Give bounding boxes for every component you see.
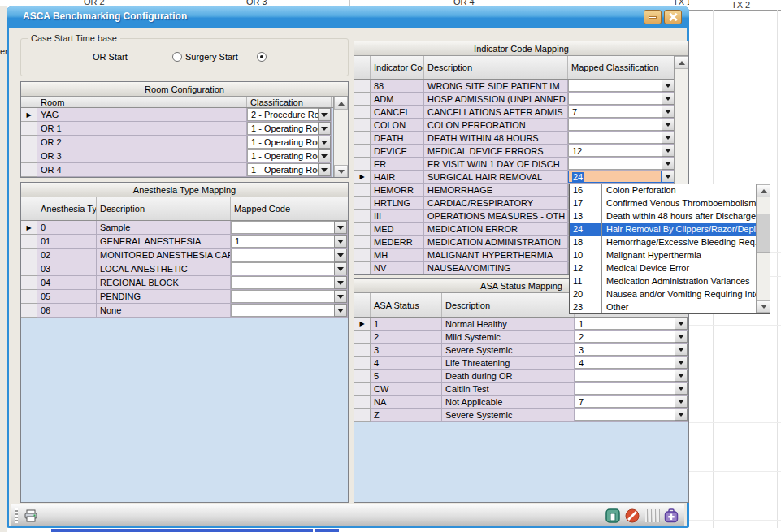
anesthesia-type-cell[interactable]: 0 [37,221,97,235]
title-bar[interactable]: ASCA Benchmarking Configuration [7,6,689,28]
mapped-classification-combo[interactable] [568,119,675,132]
dropdown-arrow-icon[interactable] [334,304,347,317]
indicator-code-cell[interactable]: CANCEL [371,106,424,119]
row-selector[interactable]: ▶ [354,93,371,106]
row-selector[interactable]: ▶ [354,145,371,158]
mapped-classification-combo[interactable] [568,132,675,145]
row-selector[interactable]: ▶ [354,132,371,145]
row-selector[interactable]: ▶ [354,357,371,370]
combo-value[interactable]: 1 - Operating Room [247,122,318,135]
radio-option[interactable]: OR Start [93,52,185,62]
row-selector[interactable]: ▶ [354,318,371,331]
description-cell[interactable]: REGIONAL BLOCK [97,276,231,290]
toolbar-grip[interactable] [15,508,18,523]
description-cell[interactable]: MONITORED ANESTHESIA CAR [97,249,231,262]
dropdown-item[interactable]: 11 Medication Administration Variances [570,275,756,288]
combo-value[interactable] [231,304,334,317]
row-selector[interactable]: ▶ [354,119,371,132]
indicator-code-cell[interactable]: ADM [371,93,424,106]
dropdown-arrow-icon[interactable] [662,145,675,157]
anesthesia-type-cell[interactable]: 04 [37,276,97,290]
indicator-code-cell[interactable]: 88 [371,80,424,93]
row-selector[interactable]: ▶ [354,409,371,422]
indicator-code-cell[interactable]: DEATH [371,132,424,145]
dropdown-arrow-icon[interactable] [675,383,688,395]
room-cell[interactable]: OR 2 [37,136,247,149]
dropdown-item[interactable]: 20 Nausea and/or Vomiting Requiring Inte… [570,288,756,301]
combo-value[interactable] [575,409,675,421]
description-cell[interactable]: MEDICATION ERROR [424,223,568,236]
dropdown-item[interactable]: 24 Hair Removal By Clippers/Razor/Depila… [570,223,756,236]
dropdown-arrow-icon[interactable] [675,396,688,408]
indicator-code-cell[interactable]: MED [371,223,424,236]
combo-value[interactable]: 1 - Operating Room [247,163,318,176]
row-selector[interactable]: ▶ [354,236,371,249]
exit-button[interactable] [663,508,679,524]
dropdown-arrow-icon[interactable] [334,262,347,275]
row-selector[interactable]: ▶ [354,344,371,357]
room-cell[interactable]: OR 4 [37,163,247,177]
description-cell[interactable]: ER VISIT W/IN 1 DAY OF DISCH [424,158,568,171]
indicator-code-cell[interactable]: HRTLNG [371,197,424,210]
row-selector[interactable]: ▶ [21,221,37,235]
dropdown-arrow-icon[interactable] [334,221,347,234]
dropdown-arrow-icon[interactable] [662,158,675,170]
classification-combo[interactable]: 1 - Operating Room [247,122,332,136]
dropdown-item[interactable]: 17 Confirmed Venous Thromboembolism(VTE) [570,197,756,210]
dropdown-arrow-icon[interactable] [334,235,347,248]
row-selector[interactable]: ▶ [354,210,371,223]
dropdown-arrow-icon[interactable] [334,249,347,262]
mapped-classification-combo[interactable]: 24 [568,171,675,184]
row-selector[interactable]: ▶ [354,383,371,396]
row-selector[interactable]: ▶ [21,235,37,249]
description-cell[interactable]: CARDIAC/RESPIRATORY [424,197,568,210]
mapped-classification-combo[interactable] [568,158,675,171]
dropdown-arrow-icon[interactable] [662,106,675,118]
mapped-combo[interactable]: 7 [575,396,688,409]
radio-option[interactable]: Surgery Start [185,52,270,62]
dropdown-item[interactable]: 13 Death within 48 hours after Discharge [570,210,756,223]
combo-value[interactable] [231,249,334,262]
row-selector[interactable]: ▶ [354,197,371,210]
combo-value[interactable] [568,119,662,131]
dropdown-item[interactable]: 10 Malignant Hyperthermia [570,249,756,262]
dropdown-arrow-icon[interactable] [675,344,688,356]
dropdown-arrow-icon[interactable] [662,119,675,131]
scroll-down-icon[interactable] [334,165,348,178]
description-cell[interactable]: HEMORRHAGE [424,184,568,197]
dropdown-arrow-icon[interactable] [318,163,331,176]
row-selector[interactable]: ▶ [354,262,371,275]
anesthesia-type-cell[interactable]: 05 [37,290,97,304]
row-selector[interactable]: ▶ [354,184,371,197]
description-cell[interactable]: LOCAL ANESTHETIC [97,262,231,276]
classification-combo[interactable]: 1 - Operating Room [247,163,332,177]
description-cell[interactable]: WRONG SITE SIDE PATIENT IM [424,80,568,93]
description-cell[interactable]: Severe Systemic [442,344,575,357]
anesthesia-type-cell[interactable]: 02 [37,249,97,262]
mapped-classification-combo[interactable] [568,93,675,106]
row-selector[interactable]: ▶ [21,304,37,318]
dropdown-item[interactable]: 12 Medical Device Error [570,262,756,275]
row-selector[interactable]: ▶ [21,108,37,122]
asa-status-cell[interactable]: 5 [371,370,442,383]
dropdown-arrow-icon[interactable] [662,132,675,144]
save-button[interactable] [605,508,621,524]
room-cell[interactable]: OR 1 [37,122,247,136]
dropdown-arrow-icon[interactable] [662,93,675,105]
asa-status-cell[interactable]: Z [371,409,442,422]
combo-value[interactable] [231,290,334,303]
combo-value[interactable] [231,262,334,275]
asa-status-cell[interactable]: 2 [371,331,442,344]
mapped-combo[interactable] [575,370,688,383]
scroll-down-icon[interactable] [757,300,770,313]
dropdown-arrow-icon[interactable] [662,80,675,92]
row-selector[interactable]: ▶ [354,158,371,171]
anesthesia-type-cell[interactable]: 06 [37,304,97,318]
description-cell[interactable]: None [97,304,231,318]
dropdown-scrollbar[interactable] [756,184,770,313]
combo-value[interactable]: 3 [575,344,675,356]
description-cell[interactable]: NAUSEA/VOMITING [424,262,568,275]
mapped-code-combo[interactable] [231,276,348,290]
mapped-code-combo[interactable]: 1 [231,235,348,249]
mapped-code-combo[interactable] [231,249,348,262]
